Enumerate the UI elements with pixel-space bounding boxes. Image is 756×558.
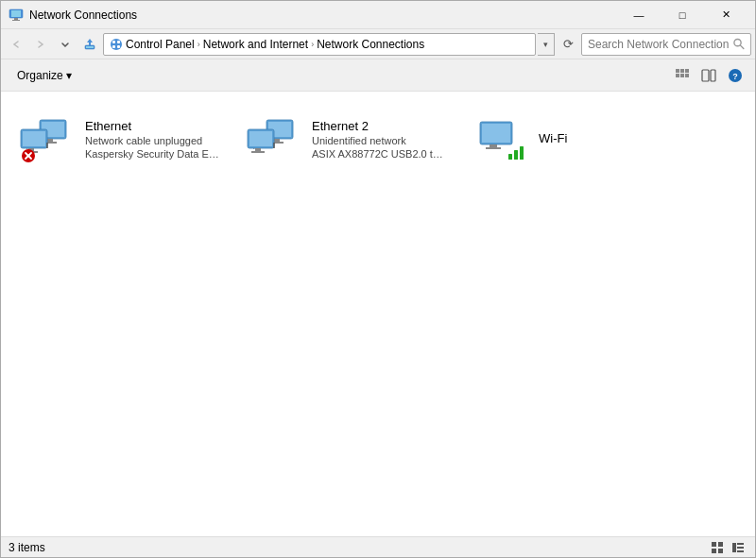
- svg-rect-25: [47, 139, 53, 142]
- svg-rect-15: [685, 69, 689, 73]
- back-button[interactable]: [5, 33, 27, 56]
- path-network-internet[interactable]: Network and Internet: [203, 38, 308, 51]
- svg-rect-14: [680, 69, 684, 73]
- svg-line-12: [740, 45, 744, 49]
- ethernet-name: Ethernet: [85, 119, 219, 133]
- svg-rect-58: [737, 543, 744, 545]
- svg-rect-48: [490, 144, 497, 147]
- svg-rect-49: [486, 147, 501, 149]
- svg-rect-55: [712, 549, 716, 553]
- path-control-panel[interactable]: Control Panel: [110, 38, 195, 51]
- breadcrumb-chevron-2: ›: [311, 40, 314, 49]
- svg-text:?: ?: [732, 72, 738, 81]
- ethernet-adapter: Kaspersky Security Data Es...: [85, 148, 219, 160]
- status-bar: 3 items: [1, 536, 755, 557]
- wifi-details: Wi-Fi: [539, 131, 567, 147]
- title-bar: Network Connections — □ ✕: [1, 1, 755, 29]
- svg-rect-20: [711, 70, 715, 81]
- path-network-connections[interactable]: Network Connections: [317, 38, 424, 51]
- view-controls: ?: [670, 63, 747, 88]
- ethernet-icon: [19, 112, 76, 165]
- svg-rect-60: [737, 550, 744, 552]
- organize-button[interactable]: Organize ▾: [9, 63, 80, 88]
- svg-rect-18: [685, 74, 689, 77]
- wifi-name: Wi-Fi: [539, 131, 567, 145]
- up-button[interactable]: [78, 33, 101, 56]
- svg-rect-5: [86, 46, 94, 48]
- svg-rect-56: [718, 549, 723, 553]
- svg-rect-10: [117, 45, 120, 48]
- svg-rect-3: [12, 20, 20, 21]
- maximize-button[interactable]: □: [661, 1, 704, 29]
- svg-rect-7: [112, 41, 115, 43]
- svg-rect-42: [249, 131, 272, 146]
- svg-rect-9: [112, 45, 115, 48]
- svg-rect-52: [520, 146, 524, 160]
- svg-rect-43: [255, 148, 261, 151]
- ethernet2-item[interactable]: Ethernet 2 Unidentified network ASIX AX8…: [237, 101, 455, 177]
- svg-rect-57: [732, 543, 736, 552]
- breadcrumb-chevron-1: ›: [198, 40, 200, 49]
- svg-rect-44: [251, 151, 265, 153]
- svg-rect-50: [508, 154, 512, 160]
- forward-button[interactable]: [29, 33, 52, 56]
- address-path[interactable]: Control Panel › Network and Internet › N…: [103, 33, 536, 56]
- change-view-button[interactable]: [670, 63, 695, 88]
- ethernet2-icon: [246, 112, 302, 165]
- svg-rect-29: [23, 131, 45, 146]
- wifi-icon: [472, 112, 529, 165]
- minimize-button[interactable]: —: [617, 1, 661, 29]
- window-title: Network Connections: [29, 8, 617, 22]
- ethernet2-details: Ethernet 2 Unidentified network ASIX AX8…: [312, 119, 446, 160]
- svg-rect-19: [702, 70, 709, 81]
- ethernet-status: Network cable unplugged: [85, 135, 219, 146]
- svg-rect-47: [482, 124, 510, 143]
- ethernet2-name: Ethernet 2: [312, 119, 446, 133]
- ethernet-item[interactable]: Ethernet Network cable unplugged Kaspers…: [10, 101, 228, 177]
- svg-rect-51: [514, 150, 518, 160]
- svg-rect-13: [676, 69, 679, 73]
- details-view-button[interactable]: [696, 63, 721, 88]
- search-icon: [733, 38, 745, 50]
- svg-rect-2: [14, 18, 18, 20]
- main-content: Ethernet Network cable unplugged Kaspers…: [1, 92, 755, 536]
- app-icon: [9, 8, 24, 23]
- svg-rect-59: [737, 547, 744, 549]
- details-list-view-button[interactable]: [729, 539, 747, 556]
- window-controls: — □ ✕: [617, 1, 747, 29]
- svg-rect-38: [274, 139, 280, 142]
- toolbar: Organize ▾ ?: [1, 59, 755, 92]
- svg-rect-6: [111, 39, 122, 50]
- status-view-icons: [708, 539, 747, 556]
- svg-rect-8: [117, 41, 120, 43]
- svg-rect-53: [712, 542, 716, 547]
- item-count: 3 items: [9, 541, 45, 554]
- ethernet2-status: Unidentified network: [312, 135, 446, 146]
- search-input[interactable]: [588, 38, 730, 51]
- ethernet-details: Ethernet Network cable unplugged Kaspers…: [85, 119, 219, 160]
- search-box[interactable]: [581, 33, 751, 56]
- svg-rect-54: [718, 542, 723, 547]
- refresh-button[interactable]: ⟳: [557, 33, 579, 56]
- svg-rect-1: [11, 10, 21, 17]
- large-icons-view-button[interactable]: [708, 539, 727, 556]
- recent-locations-button[interactable]: [54, 33, 77, 56]
- svg-rect-16: [676, 74, 679, 77]
- wifi-item[interactable]: Wi-Fi: [464, 101, 681, 177]
- address-bar: Control Panel › Network and Internet › N…: [1, 29, 755, 59]
- address-dropdown-button[interactable]: ▾: [538, 33, 555, 56]
- svg-rect-17: [680, 74, 684, 77]
- close-button[interactable]: ✕: [704, 1, 747, 29]
- help-button[interactable]: ?: [723, 63, 747, 88]
- ethernet2-adapter: ASIX AX88772C USB2.0 to ...: [312, 148, 446, 160]
